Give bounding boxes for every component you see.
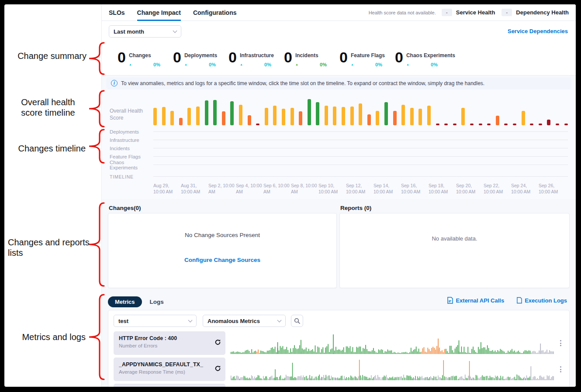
- health-score-bar[interactable]: [461, 108, 465, 125]
- health-score-bar[interactable]: [342, 107, 345, 125]
- service-dependencies-link[interactable]: Service Dependencies: [508, 28, 568, 34]
- health-score-bar[interactable]: [333, 107, 336, 125]
- health-score-bar[interactable]: [265, 108, 268, 125]
- health-score-bar[interactable]: [410, 108, 414, 125]
- timeline-row-infrastructure[interactable]: Infrastructure: [102, 136, 576, 144]
- row-label: Chaos Experiments: [102, 160, 153, 170]
- metric-sparkline-chart[interactable]: [231, 331, 554, 355]
- health-score-bar[interactable]: [418, 109, 422, 125]
- metric-tile[interactable]: _APPDYNAMICS_DEFAULT_TX_ Average Respons…: [114, 358, 225, 381]
- health-score-bar[interactable]: [564, 124, 568, 125]
- metric-sparkline-chart[interactable]: [231, 358, 554, 381]
- summary-pct: 0%: [320, 62, 327, 67]
- configure-change-sources-link[interactable]: Configure Change Sources: [184, 257, 260, 263]
- changes-timeline-rows: Deployments Infrastructure Incidents Fea…: [102, 127, 576, 169]
- summary-pct: 0%: [431, 62, 438, 67]
- timeline-row-deployments[interactable]: Deployments: [102, 127, 576, 136]
- summary-item-feature-flags: 0 Feature Flags ▲0%: [339, 50, 395, 67]
- health-score-bar[interactable]: [179, 118, 183, 125]
- health-score-bar[interactable]: [513, 124, 516, 125]
- metric-tile[interactable]: [114, 384, 225, 387]
- health-score-bar[interactable]: [256, 124, 259, 125]
- subheader: Last month Service Dependencies: [102, 21, 576, 41]
- info-banner-text: To view anomalies, metrics and logs for …: [121, 80, 484, 86]
- health-score-bar[interactable]: [187, 108, 191, 125]
- metrics-links: External API Calls Execution Logs: [435, 297, 567, 304]
- health-score-bar[interactable]: [282, 109, 285, 125]
- metric-tile[interactable]: HTTP Error Code : 400 Number of Errors: [114, 331, 225, 355]
- row-menu-button[interactable]: [554, 331, 567, 355]
- health-score-bar[interactable]: [308, 99, 311, 125]
- health-score-bar[interactable]: [316, 102, 319, 125]
- health-score-bar[interactable]: [230, 101, 234, 125]
- summary-value: 0: [173, 50, 181, 67]
- chevron-down-icon: [173, 28, 177, 33]
- trend-up-icon: ▲: [351, 63, 354, 66]
- health-score-note: Health score data not available.: [369, 10, 436, 15]
- summary-pct: 0%: [264, 62, 271, 67]
- health-score-bar[interactable]: [444, 124, 448, 125]
- health-score-bar[interactable]: [393, 111, 397, 125]
- health-score-bar[interactable]: [376, 111, 379, 125]
- timeline-date-label: Sep 2, 10:00 AM: [208, 182, 236, 195]
- health-score-bar[interactable]: [496, 116, 499, 125]
- health-score-bar[interactable]: [359, 103, 362, 125]
- health-score-bar[interactable]: [470, 124, 474, 125]
- health-score-bar[interactable]: [384, 102, 388, 125]
- tab-logs[interactable]: Logs: [150, 299, 164, 305]
- trend-up-icon: ▲: [295, 63, 298, 66]
- row-menu-button[interactable]: [554, 358, 567, 381]
- timeline-row-feature-flags[interactable]: Feature Flags: [102, 152, 576, 161]
- health-score-bar[interactable]: [213, 100, 217, 125]
- health-score-bar[interactable]: [547, 120, 550, 125]
- health-score-bar[interactable]: [162, 107, 166, 125]
- tab-configurations[interactable]: Configurations: [193, 4, 237, 21]
- metric-title: _APPDYNAMICS_DEFAULT_TX_: [119, 361, 211, 368]
- tab-slos[interactable]: SLOs: [109, 4, 125, 21]
- metric-filter-select[interactable]: Anomalous Metrics: [203, 315, 286, 327]
- timeline-row-chaos-experiments[interactable]: Chaos Experiments: [102, 161, 576, 169]
- health-score-bar[interactable]: [522, 111, 525, 125]
- metric-title: HTTP Error Code : 400: [119, 335, 211, 341]
- row-label: Infrastructure: [102, 138, 153, 143]
- health-score-bar[interactable]: [401, 105, 405, 125]
- time-range-select[interactable]: Last month: [109, 25, 181, 38]
- health-score-bar[interactable]: [556, 124, 559, 125]
- timeline-row-incidents[interactable]: Incidents: [102, 144, 576, 152]
- search-button[interactable]: [291, 315, 303, 327]
- health-score-bar[interactable]: [436, 124, 439, 125]
- health-score-bar[interactable]: [325, 106, 328, 125]
- tab-metrics[interactable]: Metrics: [108, 296, 142, 307]
- tab-change-impact[interactable]: Change Impact: [137, 4, 181, 21]
- health-score-bar[interactable]: [273, 106, 277, 125]
- health-score-bar[interactable]: [530, 124, 533, 125]
- health-score-bar[interactable]: [205, 100, 208, 125]
- health-score-bar[interactable]: [222, 111, 225, 125]
- timeline-date-label: Sep 26, 10:00 AM: [539, 182, 566, 195]
- health-score-bar[interactable]: [487, 124, 491, 125]
- health-score-bar[interactable]: [239, 105, 242, 125]
- service-select[interactable]: test: [114, 315, 197, 327]
- health-score-bar[interactable]: [539, 124, 542, 125]
- metrics-card: test Anomalous Metrics: [108, 310, 570, 387]
- health-score-bar[interactable]: [504, 124, 508, 125]
- health-score-bar[interactable]: [299, 111, 302, 125]
- health-score-bar[interactable]: [290, 108, 294, 125]
- metric-row-http-error-400: HTTP Error Code : 400 Number of Errors: [114, 331, 567, 355]
- timeline-date-label: Sep 14, 10:00 AM: [374, 182, 401, 195]
- execution-logs-link[interactable]: Execution Logs: [516, 297, 567, 304]
- health-score-bar[interactable]: [153, 108, 157, 125]
- refresh-icon[interactable]: [214, 339, 221, 347]
- refresh-icon[interactable]: [214, 365, 221, 374]
- health-score-bar[interactable]: [196, 107, 200, 125]
- health-score-bar[interactable]: [479, 124, 482, 125]
- summary-label: Changes: [129, 52, 151, 58]
- health-score-cluster: Health score data not available. - Servi…: [369, 9, 569, 16]
- health-score-bar[interactable]: [350, 107, 354, 125]
- health-score-bar[interactable]: [248, 115, 251, 125]
- health-score-bar[interactable]: [427, 106, 431, 125]
- health-score-bar[interactable]: [453, 124, 456, 125]
- health-score-bar[interactable]: [170, 111, 174, 125]
- external-api-calls-link[interactable]: External API Calls: [447, 297, 504, 304]
- health-score-bar[interactable]: [367, 114, 371, 125]
